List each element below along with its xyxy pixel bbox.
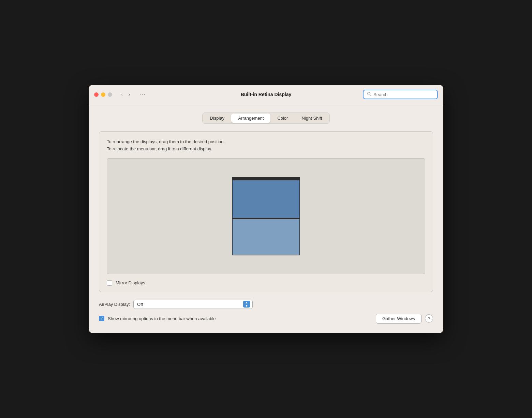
gather-windows-button[interactable]: Gather Windows (376, 314, 422, 324)
search-icon (367, 92, 371, 97)
grid-button[interactable]: ⋯ (138, 90, 147, 99)
mirroring-row: ✓ Show mirroring options in the menu bar… (99, 314, 433, 324)
mirroring-label: Show mirroring options in the menu bar w… (108, 316, 216, 321)
description-line2: To relocate the menu bar, drag it to a d… (107, 146, 425, 153)
airplay-select[interactable]: Off On (133, 300, 253, 309)
close-button[interactable] (94, 92, 99, 97)
airplay-row: AirPlay Display: Off On ▲ ▼ (99, 300, 433, 309)
description-text: To rearrange the displays, drag them to … (107, 138, 425, 153)
tab-bar: Display Arrangement Color Night Shift (202, 113, 330, 124)
forward-button[interactable]: › (126, 91, 132, 98)
maximize-button[interactable] (108, 92, 112, 97)
mirror-displays-row: Mirror Displays (107, 280, 425, 286)
mirror-displays-checkbox[interactable] (107, 280, 112, 286)
tab-arrangement[interactable]: Arrangement (231, 114, 270, 123)
help-button[interactable]: ? (425, 314, 433, 323)
displays-container (232, 177, 300, 255)
content-area: Display Arrangement Color Night Shift To… (89, 104, 443, 333)
display-block-primary[interactable] (232, 177, 300, 218)
window-title: Built-in Retina Display (241, 92, 292, 97)
traffic-lights (94, 92, 112, 97)
arrangement-panel: To rearrange the displays, drag them to … (99, 131, 433, 292)
display-block-secondary[interactable] (232, 218, 300, 255)
tab-night-shift[interactable]: Night Shift (295, 114, 329, 123)
bottom-section: AirPlay Display: Off On ▲ ▼ ✓ Show mirr (99, 300, 433, 324)
mirror-displays-label: Mirror Displays (116, 280, 145, 285)
menu-bar-indicator (233, 178, 299, 180)
back-button[interactable]: ‹ (119, 91, 125, 98)
tab-color[interactable]: Color (270, 114, 295, 123)
mirroring-checkbox[interactable]: ✓ (99, 316, 104, 321)
airplay-select-wrapper: Off On ▲ ▼ (133, 300, 253, 309)
description-line1: To rearrange the displays, drag them to … (107, 138, 425, 146)
right-buttons: Gather Windows ? (376, 314, 433, 324)
mirroring-left: ✓ Show mirroring options in the menu bar… (99, 316, 216, 321)
svg-line-1 (370, 95, 371, 96)
minimize-button[interactable] (101, 92, 105, 97)
main-window: ‹ › ⋯ Built-in Retina Display Display Ar… (89, 85, 443, 333)
airplay-label: AirPlay Display: (99, 302, 130, 307)
tab-display[interactable]: Display (203, 114, 232, 123)
titlebar: ‹ › ⋯ Built-in Retina Display (89, 85, 443, 104)
search-input[interactable] (373, 92, 434, 97)
search-bar[interactable] (363, 90, 438, 99)
nav-buttons: ‹ › (119, 91, 132, 98)
display-arrangement-area[interactable] (107, 158, 425, 274)
